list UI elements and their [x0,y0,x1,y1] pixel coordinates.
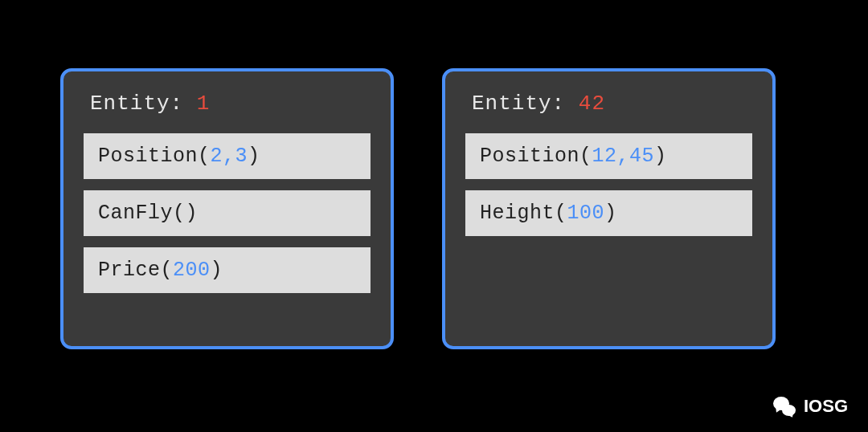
open-paren: ( [555,202,567,225]
entity-header: Entity: 42 [465,92,752,116]
component-row: Price(200) [84,247,371,293]
component-args: 100 [567,202,605,225]
component-args: 200 [173,259,211,282]
close-paren: ) [186,202,199,225]
close-paren: ) [654,145,667,168]
component-name: Price [98,259,161,282]
entity-id: 42 [579,92,605,116]
open-paren: ( [198,145,211,168]
component-row: Position(2,3) [84,133,371,179]
diagram-container: Entity: 1 Position(2,3) CanFly() Price(2… [0,0,868,418]
close-paren: ) [211,259,223,282]
component-name: Position [480,145,579,168]
component-row: Height(100) [465,190,752,236]
component-name: Height [480,202,555,225]
entity-card-1: Entity: 1 Position(2,3) CanFly() Price(2… [60,68,394,349]
entity-label: Entity: [472,92,579,116]
component-row: CanFly() [84,190,371,236]
component-name: CanFly [98,202,173,225]
component-args: 12,45 [592,145,655,168]
open-paren: ( [161,259,174,282]
component-args: 2,3 [211,145,248,168]
close-paren: ) [604,202,617,225]
watermark: IOSG [772,395,848,418]
component-row: Position(12,45) [465,133,752,179]
wechat-icon [772,395,797,418]
watermark-text: IOSG [804,396,848,417]
open-paren: ( [579,145,592,168]
close-paren: ) [248,145,260,168]
open-paren: ( [173,202,186,225]
entity-id: 1 [197,92,211,116]
entity-card-2: Entity: 42 Position(12,45) Height(100) [442,68,776,349]
entity-header: Entity: 1 [84,92,371,116]
component-name: Position [98,145,198,168]
entity-label: Entity: [90,92,197,116]
